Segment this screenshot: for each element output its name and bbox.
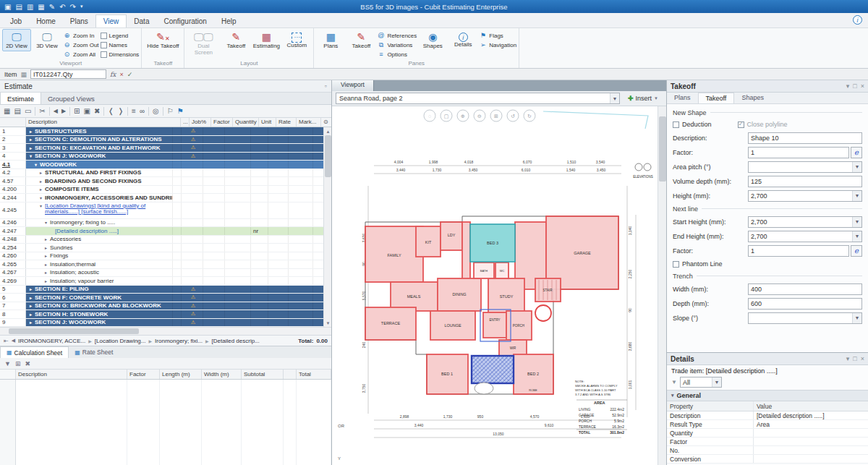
list-icon[interactable]: ≡: [132, 107, 136, 115]
insert-table-icon[interactable]: ⊞: [74, 107, 80, 115]
estimate-row[interactable]: 4.254 ▸Sundries: [0, 244, 323, 252]
expand-arrow-icon[interactable]: ▸: [28, 303, 33, 308]
property-value[interactable]: [754, 438, 868, 445]
estimate-row[interactable]: 4.57 ▸BOARDING AND SECOND FIXINGS: [0, 177, 323, 186]
tab-grouped-views[interactable]: Grouped Views: [41, 93, 101, 104]
panel-menu-icon[interactable]: ▾: [846, 82, 850, 90]
expand-arrow-icon[interactable]: ▸: [28, 286, 33, 291]
canvas-tool-circles[interactable]: ◌ ▢ ⊕ ⊖ ⊞ ↺ ↻: [424, 110, 535, 121]
row-number[interactable]: 4.265: [0, 260, 26, 268]
row-number[interactable]: 2: [0, 136, 26, 144]
trench-width-input[interactable]: 400: [748, 283, 862, 295]
property-value[interactable]: [Detailed description .....]: [754, 411, 868, 419]
float-panel-icon[interactable]: □: [853, 355, 856, 362]
visibility-column-icon[interactable]: ⊙: [321, 118, 331, 127]
navigation-button[interactable]: ➢Navigation: [479, 40, 516, 49]
row-description[interactable]: Insulation;thermal: [50, 261, 95, 268]
open-icon[interactable]: ▦: [38, 3, 44, 11]
dual-screen-button[interactable]: 🖵🖵 Dual Screen: [187, 29, 220, 58]
calc-col-description[interactable]: Description: [16, 370, 127, 379]
property-value[interactable]: [754, 455, 868, 463]
info-icon[interactable]: i: [853, 15, 862, 25]
tab-configuration[interactable]: Configuration: [156, 15, 213, 27]
row-number[interactable]: 4.200: [0, 186, 26, 194]
filter-icon[interactable]: ▼: [671, 379, 677, 385]
row-description[interactable]: Sundries: [50, 244, 73, 251]
estimate-row[interactable]: 4.2 ▸STRUCTURAL AND FIRST FIXINGS: [0, 169, 323, 178]
row-number[interactable]: 4.245: [0, 202, 26, 218]
estimate-row[interactable]: 4.269 ▸Insulation; vapour barrier: [0, 277, 323, 286]
calc-col-length[interactable]: Length (m): [160, 370, 202, 379]
cell-reference[interactable]: IT012247.Qty: [30, 69, 106, 79]
property-row[interactable]: Conversion: [667, 455, 868, 464]
indent-icon[interactable]: ❭: [118, 107, 124, 115]
chevron-down-icon[interactable]: ▼: [852, 313, 861, 323]
row-description[interactable]: SUBSTRUCTURES: [35, 128, 87, 135]
expand-arrow-icon[interactable]: ▸: [38, 170, 43, 175]
tab-plans[interactable]: Plans: [63, 15, 95, 27]
breadcrumb-back-icon[interactable]: ◀: [12, 338, 15, 344]
tab-data[interactable]: Data: [127, 15, 156, 27]
row-number[interactable]: 1: [0, 127, 26, 135]
panes-plans-button[interactable]: ▦ Plans: [316, 29, 345, 51]
chevron-down-icon[interactable]: ▼: [852, 191, 861, 201]
expand-arrow-icon[interactable]: ▸: [38, 179, 43, 184]
description-input[interactable]: Shape 10: [748, 132, 862, 144]
factor-input[interactable]: 1: [748, 147, 849, 158]
row-description[interactable]: Fixings: [50, 252, 68, 259]
insert-dropdown-icon[interactable]: ▼: [654, 96, 658, 101]
calc-grid-icon[interactable]: ⊞: [15, 360, 21, 367]
filter-select[interactable]: All▼: [680, 377, 722, 388]
outdent-icon[interactable]: ❬: [108, 107, 114, 115]
property-row[interactable]: Quantity: [667, 429, 868, 438]
row-number[interactable]: 9: [0, 319, 26, 327]
layout-estimating-button[interactable]: ▦ Estimating: [252, 29, 281, 51]
calc-grid-body[interactable]: [0, 380, 331, 465]
options-button[interactable]: ≡Options: [377, 50, 417, 59]
row-description[interactable]: IRONMONGERY, ACCESSORIES AND SUNDRIES: [45, 195, 173, 201]
breadcrumb-item[interactable]: IRONMONGERY, ACCE...: [18, 338, 85, 344]
row-description[interactable]: BOARDING AND SECOND FIXINGS: [45, 178, 142, 184]
expand-arrow-icon[interactable]: ▸: [43, 270, 48, 275]
search-icon[interactable]: ◎: [153, 107, 159, 115]
col-description[interactable]: Description: [26, 118, 181, 127]
expand-arrow-icon[interactable]: ▸: [43, 236, 48, 242]
value-header[interactable]: Value: [754, 401, 868, 411]
property-row[interactable]: Factor: [667, 438, 868, 446]
estimate-vertical-scrollbar[interactable]: ▲ ▼: [323, 127, 331, 327]
property-row[interactable]: Result Type Area: [667, 420, 868, 429]
estimate-row[interactable]: 4.244 ▾IRONMONGERY, ACCESSORIES AND SUND…: [0, 194, 323, 202]
tab-calculation-sheet[interactable]: ▦Calculation Sheet: [0, 346, 69, 358]
panes-details-button[interactable]: i Details: [448, 29, 477, 50]
expand-arrow-icon[interactable]: ▸: [43, 262, 48, 267]
undo-icon[interactable]: ↶: [59, 3, 65, 11]
row-number[interactable]: 4.2: [0, 169, 26, 177]
row-number[interactable]: 4.260: [0, 252, 26, 260]
2d-view-button[interactable]: 🖵 2D View: [2, 29, 31, 51]
property-value[interactable]: [754, 446, 868, 454]
start-height-select[interactable]: 2,700▼: [748, 216, 862, 228]
row-number[interactable]: 6: [0, 294, 26, 302]
col-unit[interactable]: Unit: [259, 118, 276, 127]
estimate-row[interactable]: 7 ▸SECTION G: BRICKWORK AND BLOCKWORK: [0, 302, 323, 311]
float-panel-icon[interactable]: □: [853, 82, 856, 90]
accept-entry-icon[interactable]: ✓: [127, 71, 133, 78]
pin-icon[interactable]: ▫: [325, 82, 327, 90]
breadcrumb-item[interactable]: Ironmongery; fixi...: [155, 338, 203, 344]
viewport-scroll-thumb[interactable]: [659, 116, 666, 182]
breadcrumb-item[interactable]: [Location Drawing...: [95, 338, 146, 344]
panes-shapes-button[interactable]: ◉ Shapes: [418, 29, 447, 51]
cancel-entry-icon[interactable]: ×: [119, 71, 123, 78]
variations-button[interactable]: ⧉Variations: [377, 40, 417, 49]
row-number[interactable]: 4.246: [0, 219, 26, 227]
property-value[interactable]: Area: [754, 420, 868, 428]
estimate-row[interactable]: 8 ▸SECTION H: STONEWORK: [0, 310, 323, 319]
save-icon[interactable]: ▥: [27, 3, 33, 11]
row-number[interactable]: 4.247: [0, 227, 26, 235]
expand-arrow-icon[interactable]: ▸: [28, 145, 33, 150]
close-panel-icon[interactable]: ×: [861, 82, 864, 90]
expand-arrow-icon[interactable]: ▾: [38, 195, 43, 200]
layout-custom-button[interactable]: ⋯ Custom: [282, 29, 311, 51]
estimate-row[interactable]: 5 ▸SECTION E: PILING: [0, 286, 323, 294]
row-description[interactable]: [Detailed description .....]: [55, 228, 119, 234]
